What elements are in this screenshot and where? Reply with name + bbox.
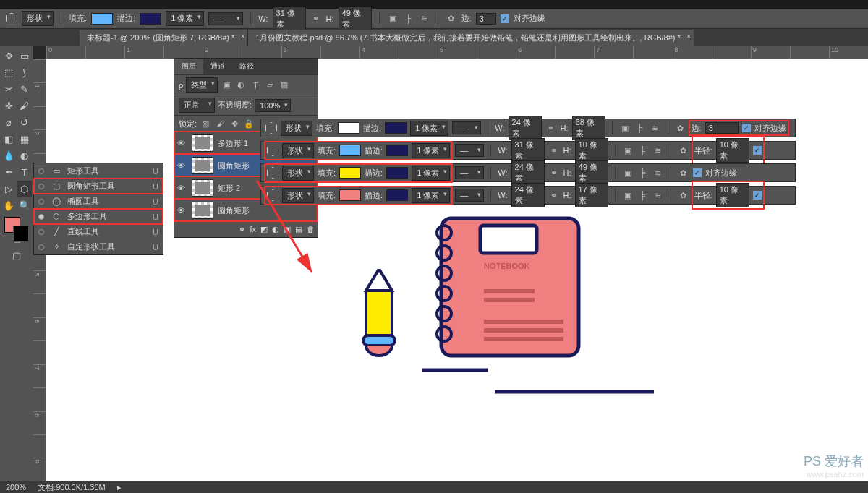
path-ops-icon[interactable]: ▣ — [387, 13, 399, 25]
fill-swatch[interactable] — [91, 13, 113, 25]
line-artwork — [495, 388, 654, 395]
svg-marker-15 — [366, 269, 392, 291]
spot-heal-tool[interactable]: ✜ — [1, 98, 17, 113]
stroke-width-dropdown[interactable]: 1 像素 — [166, 11, 204, 26]
height-field[interactable]: 49 像素 — [339, 7, 372, 31]
status-bar: 200% 文档:900.0K/1.30M ▸ — [0, 481, 868, 493]
visibility-icon[interactable]: 👁 — [177, 184, 187, 192]
shape-tool-flyout: ▭矩形工具U▢圆角矩形工具U◯椭圆工具U⬡多边形工具U╱直线工具U✧自定形状工具… — [33, 163, 163, 255]
shape-tool[interactable]: ⬡ — [17, 181, 33, 197]
shape-tool-item[interactable]: ◯椭圆工具U — [34, 194, 163, 209]
align-edges-checkbox[interactable]: ✓ — [501, 14, 509, 23]
polygon-tool-icon — [6, 13, 17, 25]
tab-layers[interactable]: 图层 — [174, 59, 203, 74]
filter-adjust-icon[interactable]: ◐ — [235, 80, 247, 91]
window-titlebar — [0, 0, 868, 9]
document-tab-2[interactable]: 1月份图文教程.psd @ 66.7% (7.书本大概做完后，我们接着要开始做铅… — [248, 30, 694, 46]
panel-tabs: 图层 通道 路径 — [174, 59, 318, 74]
close-icon[interactable]: × — [687, 33, 691, 40]
sides-field[interactable]: 3 — [476, 13, 496, 25]
svg-rect-7 — [484, 337, 563, 341]
clone-tool[interactable]: ⌀ — [1, 114, 17, 130]
shape-tool-item[interactable]: ▢圆角矩形工具U — [34, 179, 163, 194]
lock-paint-icon[interactable]: 🖌 — [214, 118, 226, 129]
svg-rect-16 — [366, 291, 392, 335]
filter-icon[interactable]: ρ — [179, 81, 183, 90]
svg-line-19 — [257, 181, 311, 271]
status-chevron-icon[interactable]: ▸ — [117, 483, 122, 492]
stroke-style-dropdown[interactable]: — — [208, 12, 243, 25]
close-icon[interactable]: × — [241, 33, 244, 40]
shape-tool-item[interactable]: ▭矩形工具U — [34, 163, 163, 179]
gradient-tool[interactable]: ▦ — [17, 131, 33, 147]
notebook-artwork: NOTEBOOK — [422, 211, 589, 385]
visibility-icon[interactable]: 👁 — [177, 139, 187, 147]
visibility-icon[interactable]: 👁 — [177, 206, 187, 215]
canvas-area: 012345678910 123456789 NOTEBOOK — [33, 46, 868, 481]
type-tool[interactable]: T — [17, 164, 33, 180]
lock-label: 锁定: — [179, 119, 197, 129]
align-edges-label: 对齐边缘 — [514, 13, 545, 24]
shape-options-strip: 形状填充:描边:1 像素—W:24 像素⚭H:68 像素▣╞≋✿边: 3 ✓对齐… — [260, 119, 796, 137]
filter-type-dropdown[interactable]: 类型 — [186, 77, 218, 93]
gear-icon[interactable]: ✿ — [446, 13, 457, 25]
filter-shape-icon[interactable]: ▱ — [264, 80, 276, 91]
filter-smart-icon[interactable]: ▦ — [278, 80, 290, 91]
marquee-tool[interactable]: ⬚ — [1, 64, 17, 80]
path-select-tool[interactable]: ▷ — [1, 181, 17, 197]
svg-rect-6 — [484, 328, 563, 333]
document-tab-1[interactable]: 未标题-1 @ 200% (圆角矩形 7, RGB/8#) *× — [80, 30, 248, 46]
blend-mode-dropdown[interactable]: 正常 — [179, 98, 215, 113]
eyedropper-tool[interactable]: ✎ — [17, 81, 33, 97]
annotation-arrow — [253, 177, 318, 278]
sides-label: 边: — [461, 13, 472, 24]
lasso-tool[interactable]: ⟆ — [17, 64, 33, 80]
eraser-tool[interactable]: ◧ — [1, 131, 17, 147]
shape-options-strip: 形状填充:描边:1 像素—W:24 像素⚭H:49 像素▣╞≋✿ ✓对齐边缘 — [260, 163, 796, 182]
brush-tool[interactable]: 🖌 — [17, 98, 33, 113]
zoom-tool[interactable]: 🔍 — [17, 197, 33, 213]
move-tool[interactable]: ✥ — [1, 48, 17, 64]
ruler-vertical: 123456789 — [33, 59, 46, 481]
ruler-horizontal: 012345678910 — [46, 46, 868, 59]
arrange-icon[interactable]: ≋ — [419, 13, 430, 25]
shape-tool-item[interactable]: ╱直线工具U — [34, 224, 163, 239]
blur-tool[interactable]: 💧 — [1, 147, 17, 163]
zoom-level[interactable]: 200% — [6, 483, 26, 492]
link-layers-icon[interactable]: ⚭ — [239, 225, 245, 234]
lock-all-icon[interactable]: 🔒 — [243, 118, 255, 129]
watermark: PS 爱好者 www.psahz.com — [804, 453, 864, 479]
lock-pos-icon[interactable]: ✥ — [229, 118, 240, 129]
hand-tool[interactable]: ✋ — [1, 197, 17, 213]
shape-tool-item[interactable]: ✧自定形状工具U — [34, 239, 163, 254]
history-brush-tool[interactable]: ↺ — [17, 114, 33, 130]
svg-text:NOTEBOOK: NOTEBOOK — [484, 262, 530, 270]
dodge-tool[interactable]: ◐ — [17, 147, 33, 163]
width-field[interactable]: 31 像素 — [273, 7, 306, 31]
shape-options-strip: 形状填充:描边:1 像素—W:31 像素⚭H:10 像素▣╞≋✿半径: 10 像… — [260, 141, 796, 160]
tool-mode-dropdown[interactable]: 形状 — [22, 11, 54, 26]
opacity-field[interactable]: 100% — [255, 99, 291, 112]
filter-pixel-icon[interactable]: ▣ — [221, 80, 232, 91]
screen-mode[interactable]: ▢ — [1, 247, 32, 263]
pencil-artwork — [357, 269, 401, 370]
shape-tool-item[interactable]: ⬡多边形工具U — [34, 209, 163, 224]
stroke-swatch[interactable] — [140, 13, 161, 25]
pen-tool[interactable]: ✒ — [1, 164, 17, 180]
filter-type-icon[interactable]: T — [250, 80, 261, 91]
shape-options-strip: 形状填充:描边:1 像素—W:24 像素⚭H:17 像素▣╞≋✿半径: 10 像… — [260, 186, 796, 205]
visibility-icon[interactable]: 👁 — [177, 161, 187, 170]
tab-channels[interactable]: 通道 — [203, 59, 232, 74]
tools-panel: ✥▭ ⬚⟆ ✂✎ ✜🖌 ⌀↺ ◧▦ 💧◐ ✒T ▷⬡ ✋🔍 ◻ ▢ — [0, 46, 33, 481]
opacity-label: 不透明度: — [218, 100, 252, 111]
link-icon[interactable]: ⚭ — [310, 13, 322, 25]
crop-tool[interactable]: ✂ — [1, 81, 17, 97]
align-icon[interactable]: ╞ — [403, 13, 414, 25]
color-swatches[interactable] — [1, 214, 32, 241]
document-tabs: 未标题-1 @ 200% (圆角矩形 7, RGB/8#) *× 1月份图文教程… — [0, 29, 868, 46]
artboard-tool[interactable]: ▭ — [17, 48, 33, 64]
options-bar: 形状 填充: 描边: 1 像素 — W: 31 像素 ⚭ H: 49 像素 ▣ … — [0, 9, 868, 29]
tab-paths[interactable]: 路径 — [232, 59, 261, 74]
lock-trans-icon[interactable]: ▨ — [200, 118, 211, 129]
doc-info: 文档:900.0K/1.30M — [38, 482, 106, 493]
